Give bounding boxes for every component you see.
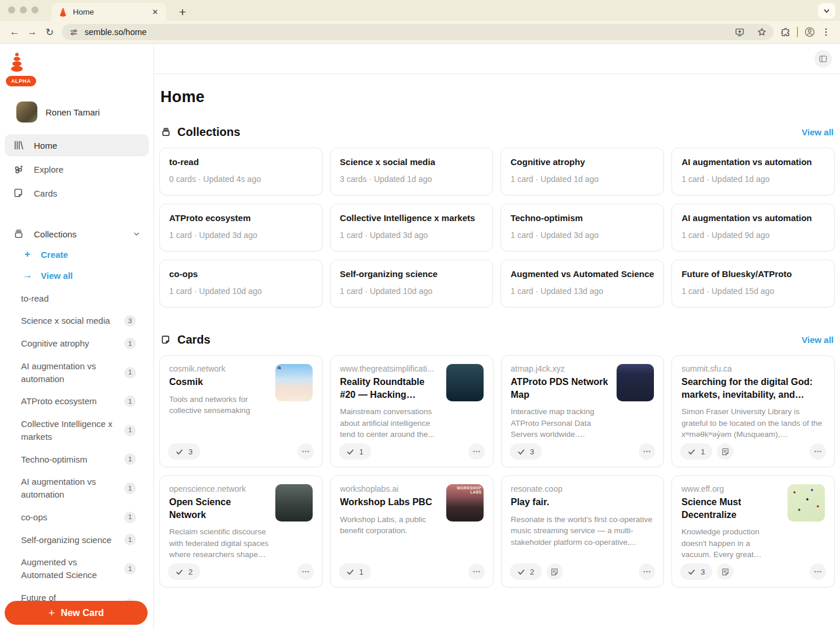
window-close-button[interactable] [8,6,15,13]
collection-card-title: Science x social media [340,157,484,167]
sidebar-collection-item[interactable]: Techno-optimism 1 [5,448,149,471]
note-icon-button[interactable] [547,564,563,580]
plus-icon: + [48,607,55,620]
card-menu-button[interactable] [639,443,655,460]
card-title: Workshop Labs PBC [340,496,440,509]
browser-menu-kebab-icon[interactable] [818,24,834,40]
install-app-icon[interactable] [732,24,748,40]
card-menu-button[interactable] [468,443,485,460]
window-zoom-button[interactable] [32,6,38,13]
collection-card[interactable]: Cognitive atrophy 1 card · Updated 1d ag… [501,148,664,195]
new-card-button[interactable]: + New Card [5,601,148,625]
view-all-collections-link[interactable]: → View all [5,265,149,286]
card[interactable]: atmap.j4ck.xyz ATProto PDS Network Map I… [501,355,664,467]
check-count-pill[interactable]: 3 [168,443,200,460]
sidebar-collection-item[interactable]: Science x social media 3 [5,310,149,332]
sidebar-collection-item[interactable]: AI augmentation vs automation 1 [5,471,149,506]
sidebar-collection-item[interactable]: Cognitive atrophy 1 [5,332,149,355]
check-count-pill[interactable]: 1 [339,564,371,580]
card-menu-button[interactable] [810,443,826,460]
card-menu-button[interactable] [810,564,826,580]
bookmark-star-icon[interactable] [754,24,770,40]
sidebar-collection-item[interactable]: co-ops 1 [5,506,149,528]
check-count-pill[interactable]: 2 [510,564,542,580]
collection-card[interactable]: Augmented vs Automated Science 1 card · … [501,260,664,307]
card[interactable]: www.thegreatsimplificati... Reality Roun… [330,355,494,467]
check-count-pill[interactable]: 3 [680,564,712,580]
back-button[interactable]: ← [6,23,23,41]
sidebar-collections-header[interactable]: Collections [5,224,149,244]
card-menu-button[interactable] [468,564,485,580]
cards-grid: cosmik.network Cosmik Tools and networks… [159,355,835,587]
create-collection-link[interactable]: + Create [5,244,149,265]
forward-button[interactable]: → [23,23,41,41]
note-icon-button[interactable] [717,443,733,460]
collection-card[interactable]: Techno-optimism 1 card · Updated 3d ago [501,204,664,251]
tab-close-icon[interactable]: ✕ [150,7,160,18]
sidebar-item-home[interactable]: Home [5,134,149,156]
reload-button[interactable]: ↻ [41,23,58,41]
card[interactable]: workshoplabs.ai Workshop Labs PBC Worksh… [330,475,494,587]
new-tab-button[interactable]: + [175,5,190,20]
window-controls[interactable] [8,6,38,13]
profile-avatar-icon[interactable] [802,24,818,40]
check-count: 1 [701,447,705,456]
sidebar-collection-label: Cognitive atrophy [21,337,124,350]
card-title: Searching for the digital God: markets, … [681,376,825,401]
collections-view-all-link[interactable]: View all [802,127,834,137]
sidebar-item-explore[interactable]: Explore [5,158,149,180]
home-library-icon [13,139,24,151]
collection-card[interactable]: ATProto ecosystem 1 card · Updated 3d ag… [159,204,323,251]
card-menu-button[interactable] [298,564,314,580]
main-content: Home Collections View all to-read 0 card… [154,74,840,630]
collection-card[interactable]: Future of Bluesky/ATProto 1 card · Updat… [671,260,835,307]
sidebar-collections-label: Collections [34,229,76,239]
section-title: Cards [177,333,211,346]
check-count-pill[interactable]: 2 [168,564,200,580]
collection-count-badge: 1 [124,563,136,575]
card[interactable]: resonate.coop Play fair. Resonate is the… [501,475,664,587]
semble-logo-cairn-icon[interactable] [8,52,26,73]
check-count-pill[interactable]: 1 [339,443,371,460]
address-bar[interactable]: semble.so/home [62,24,774,40]
collection-card[interactable]: Self-organizing science 1 card · Updated… [330,260,494,307]
card[interactable]: openscience.network Open Science Network… [159,475,323,587]
check-count-pill[interactable]: 1 [680,443,712,460]
sidebar-collection-item[interactable]: AI augmentation vs automation 1 [5,355,149,390]
note-icon-button[interactable] [717,564,733,580]
panel-toggle-button[interactable] [814,50,832,68]
collection-card-title: AI augmentation vs automation [681,213,825,223]
collection-card[interactable]: AI augmentation vs automation 1 card · U… [671,148,835,195]
url-text[interactable]: semble.so/home [85,27,726,37]
sidebar-item-cards[interactable]: Cards [5,182,149,204]
card-menu-button[interactable] [298,443,314,460]
sidebar-collection-item[interactable]: to-read [5,287,149,310]
card[interactable]: summit.sfu.ca Searching for the digital … [671,355,835,467]
site-settings-icon[interactable] [69,27,79,37]
window-minimize-button[interactable] [20,6,27,13]
card[interactable]: www.eff.org Science Must Decentralize Kn… [671,475,835,587]
collection-card[interactable]: Science x social media 3 cards · Updated… [330,148,494,195]
card-domain: atmap.j4ck.xyz [511,364,611,373]
check-count: 1 [359,568,363,576]
user-profile[interactable]: Ronen Tamari [16,102,153,123]
extensions-puzzle-icon[interactable] [777,24,793,40]
collection-card[interactable]: co-ops 1 card · Updated 10d ago [159,260,323,307]
card[interactable]: cosmik.network Cosmik Tools and networks… [159,355,323,467]
card-menu-button[interactable] [639,564,655,580]
sidebar-collection-item[interactable]: ATProto ecosystem 1 [5,390,149,413]
tab-search-button[interactable] [818,3,835,19]
sidebar-collections-section: Collections + Create → View all to-read … [0,224,153,622]
card-title: Reality Roundtable #20 — Hacking Human..… [340,376,440,401]
sidebar-collection-label: ATProto ecosystem [21,395,124,408]
collection-card-meta: 1 card · Updated 13d ago [510,286,654,296]
browser-tab[interactable]: Home ✕ [51,3,166,21]
collection-card[interactable]: AI augmentation vs automation 1 card · U… [671,204,835,251]
cards-view-all-link[interactable]: View all [802,335,834,345]
check-count-pill[interactable]: 3 [510,443,542,460]
sidebar-collection-item[interactable]: Augmented vs Automated Science 1 [5,551,149,587]
collection-card[interactable]: to-read 0 cards · Updated 4s ago [159,148,323,195]
sidebar-collection-item[interactable]: Self-organizing science 1 [5,528,149,551]
sidebar-collection-item[interactable]: Collective Intelligence x markets 1 [5,413,149,449]
collection-card[interactable]: Collective Intelligence x markets 1 card… [330,204,494,251]
